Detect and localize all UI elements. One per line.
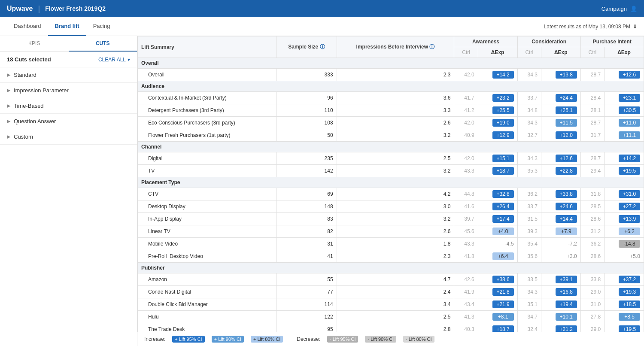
top-bar-right: Campaign 👤 — [601, 6, 637, 12]
col-header-awareness: Awareness — [454, 36, 517, 47]
sidebar-section-impression-header[interactable]: ▶ Impression Parameter — [0, 83, 137, 98]
download-icon[interactable]: ⬇ — [633, 24, 637, 30]
table-row: CTV694.244.8+32.836.2+33.831.8+31.0 — [138, 188, 644, 200]
section-header-row: Overall — [138, 58, 644, 69]
table-row: Amazon554.742.6+38.633.5+39.133.8+37.2 — [138, 273, 644, 286]
col-header-consideration: Consideration — [517, 36, 580, 47]
tab-dashboard[interactable]: Dashboard — [7, 17, 48, 36]
legend-item-95ci-increase: + Lift 95% CI — [172, 336, 204, 343]
decrease-label: Decrease: — [297, 336, 320, 342]
col-header-impressions: Impressions Before Interview ⓘ — [337, 36, 454, 58]
arrow-icon: ▶ — [7, 88, 10, 93]
table-row: Overall3332.342.0+14.234.3+13.828.7+12.6 — [138, 69, 644, 81]
sidebar-section-impression: ▶ Impression Parameter — [0, 83, 137, 98]
sidebar-section-time: ▶ Time-Based — [0, 98, 137, 114]
badge-lift-95-increase: + Lift 95% CI — [172, 336, 204, 343]
latest-results: Latest results as of May 13, 09:08 PM — [544, 24, 630, 30]
legend-item-90ci-decrease: - Lift 90% CI — [365, 336, 396, 343]
campaign-label: Campaign — [601, 6, 627, 12]
cuts-selected: 18 Cuts selected — [7, 56, 51, 63]
table-row: Digital2352.542.0+15.134.3+12.628.7+14.2 — [138, 152, 644, 165]
top-bar: Upwave | Flower Fresh 2019Q2 Campaign 👤 — [0, 0, 644, 17]
table-row: Pre-Roll_Desktop Video412.341.8+6.435.6+… — [138, 250, 644, 263]
badge-lift-80-decrease: - Lift 80% CI — [403, 336, 434, 343]
divider: | — [38, 4, 40, 13]
tab-bar: Dashboard Brand lift Pacing Latest resul… — [0, 17, 644, 36]
sidebar-section-question: ▶ Question Answer — [0, 114, 137, 129]
arrow-icon: ▶ — [7, 72, 10, 78]
content-area: Lift Summary Sample Size ⓘ Impressions B… — [137, 36, 644, 346]
badge-lift-95-decrease: - Lift 95% CI — [327, 336, 358, 343]
tab-bar-right: Latest results as of May 13, 09:08 PM ⬇ — [544, 24, 637, 30]
sidebar-tab-kpis[interactable]: KPIS — [0, 36, 69, 52]
table-row: Flower Fresh Purchasers (1st party)503.2… — [138, 129, 644, 142]
table-row: Hulu1222.541.3+8.134.7+10.127.8+8.5 — [138, 311, 644, 323]
table-row: Desktop Display1483.041.6+26.433.7+24.62… — [138, 200, 644, 213]
legend-item-90ci-increase: + Lift 90% CI — [212, 336, 244, 343]
section-header-row: Publisher — [138, 263, 644, 273]
sidebar-tabs: KPIS CUTS — [0, 36, 137, 52]
legend-item-95ci-decrease: - Lift 95% CI — [327, 336, 358, 343]
clear-all-button[interactable]: CLEAR ALL ▾ — [98, 57, 130, 63]
sidebar-section-time-header[interactable]: ▶ Time-Based — [0, 98, 137, 113]
awareness-ctrl-header: Ctrl — [454, 47, 478, 58]
arrow-icon: ▶ — [7, 118, 10, 124]
table-row: Double Click Bid Manager1143.443.4+21.93… — [138, 298, 644, 311]
section-header-row: Channel — [138, 142, 644, 152]
sidebar-header: 18 Cuts selected CLEAR ALL ▾ — [0, 52, 137, 67]
table-row: Contextual & In-Market (3rd Party)963.64… — [138, 92, 644, 104]
increase-label: Increase: — [144, 336, 165, 342]
arrow-icon: ▶ — [7, 134, 10, 140]
badge-lift-90-decrease: - Lift 90% CI — [365, 336, 396, 343]
arrow-icon: ▶ — [7, 103, 10, 109]
section-header-row: Placement Type — [138, 177, 644, 188]
purchase-ctrl-header: Ctrl — [580, 47, 604, 58]
data-table: Lift Summary Sample Size ⓘ Impressions B… — [137, 36, 644, 336]
chevron-down-icon: ▾ — [128, 57, 130, 63]
col-header-purchase: Purchase Intent — [580, 36, 644, 47]
table-row: Eco Conscious Purchasers (3rd party)1082… — [138, 117, 644, 129]
sidebar: KPIS CUTS 18 Cuts selected CLEAR ALL ▾ ▶… — [0, 36, 137, 346]
legend-item-80ci-decrease: - Lift 80% CI — [403, 336, 434, 343]
footer-legend: Increase: + Lift 95% CI + Lift 90% CI + … — [137, 332, 644, 346]
table-row: TV1423.243.3+18.735.3+22.829.4+19.5 — [138, 165, 644, 177]
consideration-delta-header: ΔExp — [541, 47, 580, 58]
table-row: Linear TV822.645.6+4.039.3+7.931.2+6.2 — [138, 225, 644, 238]
sidebar-section-question-header[interactable]: ▶ Question Answer — [0, 114, 137, 129]
purchase-delta-header: ΔExp — [605, 47, 644, 58]
sidebar-section-custom-header[interactable]: ▶ Custom — [0, 129, 137, 144]
info-icon[interactable]: ⓘ — [320, 44, 325, 50]
table-row: Conde Nast Digital772.441.9+21.834.3+16.… — [138, 286, 644, 298]
sidebar-tab-cuts[interactable]: CUTS — [69, 36, 137, 52]
consideration-ctrl-header: Ctrl — [517, 47, 541, 58]
table-row: In-App Display833.239.7+17.431.5+14.428.… — [138, 213, 644, 225]
badge-lift-80-increase: + Lift 80% CI — [251, 336, 283, 343]
table-row: Detergent Purchasers (3rd Party)1103.341… — [138, 104, 644, 117]
table-row: Mobile Video311.843.3-4.535.4-7.236.2-14… — [138, 238, 644, 250]
info-icon-2[interactable]: ⓘ — [429, 44, 434, 50]
section-header-row: Audience — [138, 81, 644, 92]
sidebar-section-custom: ▶ Custom — [0, 129, 137, 145]
awareness-delta-header: ΔExp — [478, 47, 517, 58]
tab-pacing[interactable]: Pacing — [86, 17, 117, 36]
badge-lift-90-increase: + Lift 90% CI — [212, 336, 244, 343]
col-header-sample-size: Sample Size ⓘ — [276, 36, 337, 58]
main-layout: KPIS CUTS 18 Cuts selected CLEAR ALL ▾ ▶… — [0, 36, 644, 346]
sidebar-section-standard: ▶ Standard — [0, 67, 137, 83]
sidebar-section-standard-header[interactable]: ▶ Standard — [0, 67, 137, 82]
legend-item-80ci-increase: + Lift 80% CI — [251, 336, 283, 343]
user-icon[interactable]: 👤 — [630, 6, 637, 12]
logo: Upwave — [7, 5, 33, 12]
col-header-lift-summary: Lift Summary — [138, 36, 276, 58]
tab-brand-lift[interactable]: Brand lift — [48, 17, 86, 36]
campaign-title: Flower Fresh 2019Q2 — [45, 5, 106, 12]
